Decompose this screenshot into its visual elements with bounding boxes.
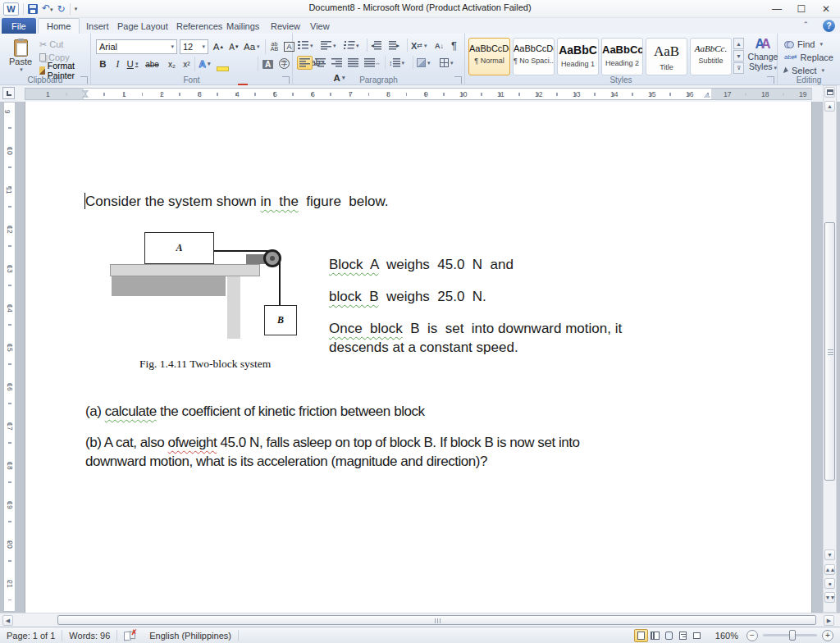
paragraph-intro[interactable]: Consider the system shown in the figure …: [85, 194, 388, 210]
font-name-combo[interactable]: Arial ▾: [96, 39, 177, 54]
text-effects-button[interactable]: A▾: [198, 57, 212, 71]
zoom-level[interactable]: 160%: [704, 627, 746, 643]
zoom-slider-track[interactable]: [763, 634, 817, 636]
italic-button[interactable]: I: [111, 57, 125, 71]
paste-dropdown-arrow[interactable]: ▾: [20, 66, 23, 73]
hanging-indent-marker[interactable]: [82, 93, 89, 98]
borders-button[interactable]: ▾: [439, 56, 454, 70]
style-heading-1[interactable]: AaBbC Heading 1: [557, 38, 599, 75]
font-size-dropdown-arrow[interactable]: ▾: [202, 43, 205, 50]
tab-page-layout[interactable]: Page Layout: [109, 18, 176, 34]
sort-button[interactable]: A↓: [434, 39, 445, 52]
style-no-spacing[interactable]: AaBbCcDc ¶ No Spaci...: [513, 38, 555, 75]
v-ruler-bar[interactable]: 910111213141516171819202122: [3, 102, 16, 612]
page-indicator[interactable]: Page: 1 of 1: [0, 627, 62, 643]
help-button[interactable]: ?: [823, 20, 835, 32]
change-case-button[interactable]: Aa▾: [244, 39, 260, 54]
web-layout-view-button[interactable]: [662, 629, 676, 642]
question-b-line-1[interactable]: (b) A cat, also ofweight 45.0 N, falls a…: [85, 435, 580, 451]
character-shading-button[interactable]: A: [261, 57, 275, 71]
show-hide-paragraph-button[interactable]: ¶: [450, 39, 458, 52]
collapse-ribbon-icon[interactable]: ⌃: [802, 21, 809, 29]
zoom-out-button[interactable]: −: [746, 630, 758, 641]
clipboard-dialog-launcher[interactable]: [80, 76, 88, 84]
question-a[interactable]: (a) calculate the coefficient of kinetic…: [85, 404, 425, 420]
style-normal[interactable]: AaBbCcDc ¶ Normal: [468, 38, 510, 75]
scroll-up-icon[interactable]: ▲: [824, 101, 835, 112]
scroll-left-icon[interactable]: ◀: [2, 615, 13, 626]
distributed-button[interactable]: ↔: [363, 56, 381, 70]
scroll-down-icon[interactable]: ▼: [824, 550, 835, 560]
subscript-button[interactable]: x₂: [165, 57, 179, 71]
styles-scroll-down[interactable]: ▼: [733, 50, 744, 62]
asian-layout-button[interactable]: X⇄▾: [410, 39, 428, 52]
align-left-button[interactable]: [297, 56, 313, 70]
justify-button[interactable]: [347, 56, 359, 70]
ruler-toggle-icon[interactable]: [824, 87, 835, 98]
styles-dialog-launcher[interactable]: [767, 76, 774, 84]
close-button[interactable]: ✕: [814, 0, 838, 17]
style-subtitle[interactable]: AaBbCc. Subtitle: [690, 38, 732, 75]
tab-home[interactable]: Home: [38, 18, 80, 34]
maximize-button[interactable]: ☐: [789, 0, 814, 17]
tab-selector[interactable]: [2, 87, 15, 99]
find-button[interactable]: Find▾: [784, 38, 823, 50]
decrease-indent-button[interactable]: ◂: [370, 39, 382, 52]
numbering-button[interactable]: ▾: [320, 39, 337, 52]
paragraph-dialog-launcher[interactable]: [454, 76, 462, 84]
style-heading-2[interactable]: AaBbCc Heading 2: [601, 38, 643, 75]
draft-view-button[interactable]: [690, 629, 704, 642]
fact-line-4[interactable]: descends at a constant speed.: [329, 340, 518, 356]
cut-button[interactable]: ✂ Cut: [39, 38, 63, 51]
align-center-button[interactable]: [314, 56, 326, 70]
increase-indent-button[interactable]: ▸: [388, 39, 400, 52]
zoom-in-button[interactable]: +: [822, 630, 833, 641]
previous-page-icon[interactable]: ▲▲: [824, 564, 835, 575]
replace-button[interactable]: ab⇄ Replace: [784, 51, 833, 63]
tab-file[interactable]: File: [2, 18, 36, 34]
question-b-line-2[interactable]: downward motion, what is its acceleratio…: [85, 454, 487, 470]
align-right-button[interactable]: [331, 56, 343, 70]
word-count[interactable]: Words: 96: [62, 627, 116, 643]
select-browse-object-icon[interactable]: ●: [824, 578, 835, 589]
styles-more-button[interactable]: ⊽: [733, 62, 744, 74]
scroll-right-icon[interactable]: ▶: [824, 615, 834, 626]
line-spacing-button[interactable]: ↕▾: [388, 56, 405, 70]
zoom-slider-thumb[interactable]: [789, 630, 796, 641]
select-button[interactable]: Select▾: [784, 64, 824, 76]
fact-line-2[interactable]: block B weighs 25.0 N.: [329, 289, 486, 305]
outline-view-button[interactable]: [676, 629, 690, 642]
multilevel-list-button[interactable]: ▾: [343, 39, 360, 52]
horizontal-scrollbar[interactable]: ◀ ▶: [0, 613, 840, 627]
proofing-status-icon[interactable]: [117, 627, 143, 643]
tab-view[interactable]: View: [302, 18, 338, 34]
style-title[interactable]: AaB Title: [646, 38, 687, 75]
language-indicator[interactable]: English (Philippines): [143, 627, 238, 643]
bullets-button[interactable]: ▾: [297, 39, 314, 52]
shading-button[interactable]: ▾: [416, 56, 431, 70]
font-name-dropdown-arrow[interactable]: ▾: [171, 43, 174, 50]
superscript-button[interactable]: x²: [180, 57, 194, 71]
minimize-button[interactable]: —: [765, 0, 789, 17]
vertical-scroll-thumb[interactable]: [824, 222, 835, 481]
paste-button[interactable]: Paste ▾: [5, 37, 36, 81]
font-size-combo[interactable]: 12 ▾: [180, 39, 208, 54]
horizontal-scroll-thumb[interactable]: [57, 615, 816, 625]
vertical-scrollbar[interactable]: ▲ ▼ ▲▲ ● ▼▼: [823, 85, 837, 613]
next-page-icon[interactable]: ▼▼: [824, 592, 835, 603]
phonetic-guide-icon[interactable]: abAB: [267, 39, 281, 54]
tab-mailings[interactable]: Mailings: [218, 18, 267, 34]
bold-button[interactable]: B: [96, 57, 110, 71]
page[interactable]: Consider the system shown in the figure …: [25, 102, 812, 613]
grow-font-button[interactable]: A▲: [212, 39, 226, 54]
h-ruler-bar[interactable]: 112345678910111213141516171819: [25, 88, 812, 100]
underline-button[interactable]: U▾: [126, 57, 139, 71]
full-screen-reading-view-button[interactable]: [648, 629, 662, 642]
enclose-characters-button[interactable]: 字: [277, 56, 291, 71]
styles-scroll-up[interactable]: ▲: [733, 38, 744, 49]
fact-line-1[interactable]: Block A weighs 45.0 N and: [329, 257, 514, 273]
right-indent-marker[interactable]: [704, 93, 710, 98]
font-dialog-launcher[interactable]: [282, 76, 290, 84]
fact-line-3[interactable]: Once block B is set into downward motion…: [329, 321, 622, 337]
print-layout-view-button[interactable]: [634, 629, 648, 642]
